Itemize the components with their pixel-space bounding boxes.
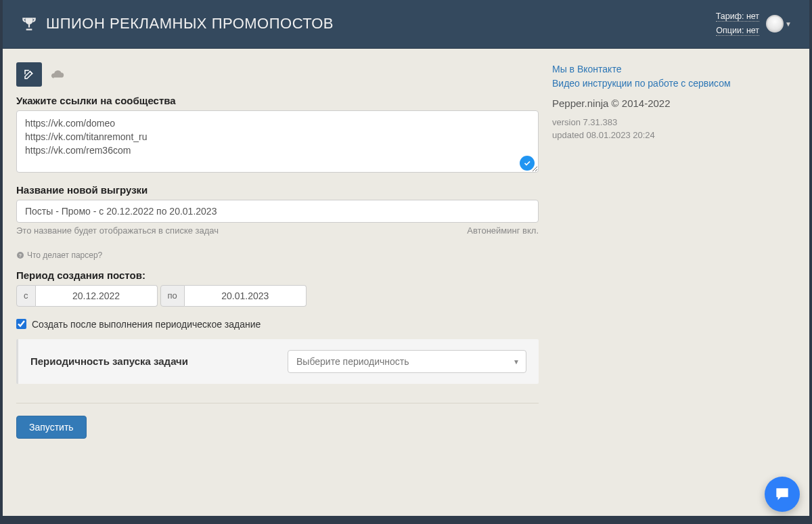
svg-text:?: ? [19,253,22,257]
date-to-input[interactable] [185,285,307,307]
video-link[interactable]: Видео инструкции по работе с сервисом [552,77,796,91]
brand-label: Pepper.ninja © 2014-2022 [552,97,796,109]
frequency-label: Периодичность запуска задачи [30,355,267,367]
name-label: Название новой выгрузки [16,184,539,196]
to-prefix: по [160,285,185,307]
cloud-icon [45,62,70,87]
vk-link[interactable]: Мы в Вконтакте [552,62,796,77]
options-link[interactable]: Опции: нет [716,24,759,38]
frequency-select[interactable] [288,350,526,373]
chat-button[interactable] [765,477,800,512]
name-hint: Это название будет отображаться в списке… [16,225,219,236]
links-textarea[interactable] [16,110,539,173]
periodic-checkbox[interactable] [16,319,26,329]
edit-button[interactable] [16,62,42,87]
page-title: ШПИОН РЕКЛАМНЫХ ПРОМОПОСТОВ [46,15,334,32]
separator [16,403,539,403]
name-input[interactable] [16,200,539,223]
period-label: Период создания постов: [16,269,539,281]
updated-label: updated 08.01.2023 20:24 [552,129,796,142]
avatar[interactable] [766,15,784,32]
from-prefix: с [16,285,36,307]
date-from-input[interactable] [36,285,158,307]
version-label: version 7.31.383 [552,116,796,129]
check-icon [520,156,535,171]
links-label: Укажите ссылки на сообщества [16,95,539,106]
frequency-panel: Периодичность запуска задачи ▼ [16,339,539,384]
sidebar: Мы в Вконтакте Видео инструкции по работ… [552,62,796,502]
main-content: Укажите ссылки на сообщества Название но… [16,62,539,502]
periodic-label: Создать после выполнения периодическое з… [32,319,261,330]
chevron-down-icon[interactable]: ▼ [785,20,792,28]
autoname-toggle[interactable]: Автонейминг вкл. [467,225,539,236]
run-button[interactable]: Запустить [16,416,87,439]
help-link[interactable]: ? Что делает парсер? [16,250,102,260]
app-header: ШПИОН РЕКЛАМНЫХ ПРОМОПОСТОВ Тариф: нет О… [3,0,809,49]
trophy-icon [20,15,38,32]
tariff-link[interactable]: Тариф: нет [716,9,759,24]
